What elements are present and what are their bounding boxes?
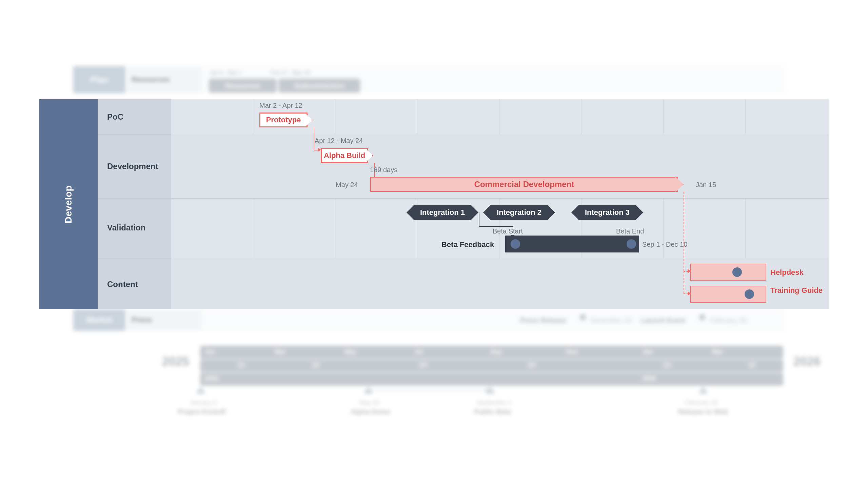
task-beta-feedback[interactable]	[505, 236, 639, 252]
task-training[interactable]	[690, 286, 766, 303]
commercial-end: Jan 15	[696, 181, 716, 189]
row-content: Content	[107, 276, 138, 293]
phase-develop-label: Develop	[63, 185, 74, 223]
task-integration-1[interactable]: Integration 1	[414, 205, 471, 220]
beta-end-label: Beta End	[616, 227, 644, 235]
beta-start-marker	[511, 239, 520, 249]
training-marker	[745, 289, 754, 299]
beta-feedback-label: Beta Feedback	[441, 240, 494, 249]
alpha-dates: Apr 12 - May 24	[315, 137, 363, 145]
task-integration-3[interactable]: Integration 3	[578, 205, 636, 220]
beta-end-marker	[627, 239, 636, 249]
row-development: Development	[107, 158, 158, 175]
beta-start-label: Beta Start	[493, 227, 523, 235]
helpdesk-label: Helpdesk	[770, 268, 804, 277]
helpdesk-marker	[732, 267, 742, 277]
task-alpha[interactable]: Alpha Build	[321, 148, 368, 163]
row-validation: Validation	[107, 219, 145, 236]
beta-range: Sep 1 - Dec 10	[642, 241, 687, 248]
training-label: Training Guide	[770, 286, 823, 294]
row-poc: PoC	[107, 108, 123, 125]
task-commercial[interactable]: Commercial Development	[370, 177, 678, 192]
phase-develop[interactable]: Develop	[39, 99, 98, 309]
task-integration-2[interactable]: Integration 2	[490, 205, 548, 220]
commercial-start: May 24	[336, 181, 358, 189]
task-helpdesk[interactable]	[690, 264, 766, 281]
commercial-duration: 169 days	[370, 166, 397, 174]
prototype-dates: Mar 2 - Apr 12	[259, 102, 302, 109]
task-prototype[interactable]: Prototype	[259, 113, 308, 127]
